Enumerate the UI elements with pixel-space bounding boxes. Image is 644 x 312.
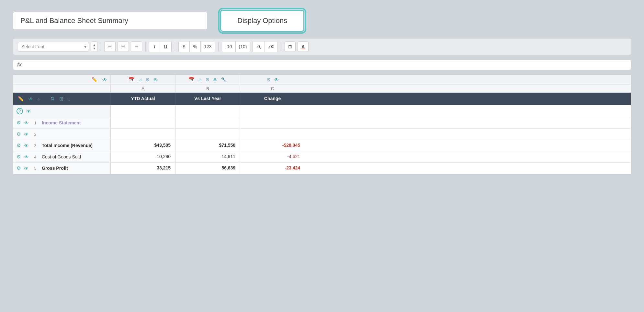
- gear-icon-c[interactable]: ⚙: [266, 77, 271, 83]
- row-expand-icon[interactable]: ›: [38, 96, 40, 102]
- gear-icon-a[interactable]: ⚙: [145, 77, 150, 83]
- cell-row5-c: -23,424: [240, 163, 305, 174]
- toolbar-separator-3: [175, 42, 175, 51]
- dec-left-button[interactable]: -0,: [253, 41, 265, 52]
- edit-icon[interactable]: ✏️: [92, 77, 98, 83]
- gear-icon-b[interactable]: ⚙: [205, 77, 209, 83]
- negative-format-group: -10 (10): [222, 41, 250, 52]
- table-row: ⚙ 👁 5 Gross Profit 33,215 56,639 -23,424: [13, 163, 631, 174]
- align-right-button[interactable]: ☰: [131, 41, 142, 52]
- table-row: ⚙ 👁 3 Total Income (Revenue) $43,505 $71…: [13, 140, 631, 151]
- table-row: ⚙ 👁 1 Income Statement: [13, 117, 631, 129]
- formula-input[interactable]: [25, 62, 627, 67]
- cell-row4-a: 10,290: [110, 151, 175, 162]
- row-number-4: 4: [32, 155, 39, 159]
- row-sort-icon[interactable]: ⇅: [51, 96, 55, 102]
- decimal-format-group: -0, .00: [252, 41, 278, 52]
- eye-icon-row0[interactable]: 👁: [26, 109, 31, 114]
- eye-icon-b[interactable]: 👁: [213, 77, 218, 83]
- col-letter-c: C: [240, 85, 305, 92]
- row-eye-icon[interactable]: 👁: [28, 96, 33, 102]
- formula-bar: fx: [13, 60, 631, 70]
- row-tree-icon[interactable]: ⊞: [59, 96, 63, 102]
- cell-row4-b: 14,911: [175, 151, 240, 162]
- cell-row3-c: -$28,045: [240, 140, 305, 151]
- eye-icon-a[interactable]: 👁: [153, 77, 158, 83]
- underline-icon: U: [164, 44, 167, 49]
- font-select[interactable]: Select Font: [18, 42, 89, 52]
- toolbar-separator-1: [101, 42, 101, 51]
- eye-icon-row1[interactable]: 👁: [24, 120, 29, 126]
- help-icon[interactable]: ?: [17, 108, 23, 114]
- row-edit-icon[interactable]: ✏️: [18, 96, 24, 102]
- wrench-icon[interactable]: 🔧: [221, 77, 227, 83]
- row-ctrl-3: ⚙ 👁 3 Total Income (Revenue): [13, 140, 110, 151]
- column-letter-row: A B C: [13, 85, 631, 93]
- toolbar-separator-5: [281, 42, 281, 51]
- calendar-icon-a[interactable]: 📅: [129, 77, 135, 83]
- align-left-icon: ☰: [108, 44, 112, 49]
- col-header-a: YTD Actual: [110, 93, 175, 105]
- font-color-button[interactable]: A: [298, 41, 309, 52]
- italic-button[interactable]: I: [149, 41, 160, 52]
- percent-button[interactable]: %: [190, 41, 201, 52]
- cell-row0-c: [240, 105, 305, 117]
- row-download-icon[interactable]: ↓: [68, 96, 71, 102]
- cell-row4-c: -4,621: [240, 151, 305, 162]
- align-right-icon: ☰: [134, 44, 139, 49]
- row-label-3: Total Income (Revenue): [42, 143, 107, 148]
- filter-icon-a[interactable]: ⊿: [138, 77, 142, 83]
- dec-right-button[interactable]: .00: [265, 41, 277, 52]
- grid-button[interactable]: ⊞: [285, 41, 296, 52]
- cell-row0-b: [175, 105, 240, 117]
- calendar-icon-b[interactable]: 📅: [188, 77, 195, 83]
- col-a-icons: 📅 ⊿ ⚙ 👁: [110, 75, 175, 85]
- row-ctrl-empty-1: ? 👁: [13, 105, 110, 117]
- eye-icon-row4[interactable]: 👁: [24, 154, 29, 160]
- filter-icon-b[interactable]: ⊿: [198, 77, 202, 83]
- gear-icon-row3[interactable]: ⚙: [17, 143, 21, 148]
- align-left-button[interactable]: ☰: [104, 41, 116, 52]
- row-number-5: 5: [32, 166, 39, 171]
- gear-icon-row1[interactable]: ⚙: [17, 120, 21, 126]
- eye-icon-row2[interactable]: 👁: [24, 132, 29, 137]
- eye-icon-c[interactable]: 👁: [274, 77, 279, 83]
- eye-icon-row3[interactable]: 👁: [24, 143, 29, 148]
- toolbar-separator-2: [145, 42, 146, 51]
- underline-button[interactable]: U: [160, 41, 171, 52]
- eye-icon-row5[interactable]: 👁: [24, 166, 29, 171]
- gear-icon-row2[interactable]: ⚙: [17, 131, 21, 137]
- font-select-wrapper[interactable]: Select Font: [18, 42, 89, 52]
- table-row: ? 👁: [13, 105, 631, 117]
- gear-icon-row5[interactable]: ⚙: [17, 165, 21, 171]
- row-number-2: 2: [32, 132, 39, 137]
- row-ctrl-1: ⚙ 👁 1 Income Statement: [13, 117, 110, 128]
- neg-format-2-button[interactable]: (10): [236, 41, 250, 52]
- report-title: P&L and Balance Sheet Summary: [13, 12, 207, 30]
- table-row: ⚙ 👁 4 Cost of Goods Sold 10,290 14,911 -…: [13, 151, 631, 163]
- dec-left-label: -0,: [256, 44, 261, 49]
- dollar-icon: $: [183, 44, 186, 49]
- row-ctrl-5: ⚙ 👁 5 Gross Profit: [13, 163, 110, 174]
- number-button[interactable]: 123: [201, 41, 215, 52]
- table-row: ⚙ 👁 2: [13, 129, 631, 140]
- italic-icon: I: [154, 44, 155, 49]
- dollar-button[interactable]: $: [179, 41, 190, 52]
- display-options-button[interactable]: Display Options: [220, 10, 304, 32]
- text-format-group: I U: [149, 41, 172, 52]
- row-number-1: 1: [32, 121, 39, 125]
- column-header-row: ✏️ 👁 › ⇅ ⊞ ↓ YTD Actual Vs Last Year Cha…: [13, 93, 631, 105]
- row-label-4: Cost of Goods Sold: [42, 154, 107, 159]
- neg-format-1-label: -10: [225, 44, 232, 49]
- font-color-label: A: [301, 44, 305, 49]
- neg-format-1-button[interactable]: -10: [222, 41, 235, 52]
- gear-icon-row4[interactable]: ⚙: [17, 154, 21, 160]
- number-format-group: $ % 123: [178, 41, 215, 52]
- cell-row5-a: 33,215: [110, 163, 175, 174]
- align-center-button[interactable]: ☰: [118, 41, 129, 52]
- cell-row2-a: [110, 129, 175, 140]
- row-ctrl-2: ⚙ 👁 2: [13, 129, 110, 140]
- font-size-spinner[interactable]: ▲ ▼: [91, 41, 97, 52]
- col-header-b: Vs Last Year: [175, 93, 240, 105]
- visibility-icon[interactable]: 👁: [102, 77, 107, 83]
